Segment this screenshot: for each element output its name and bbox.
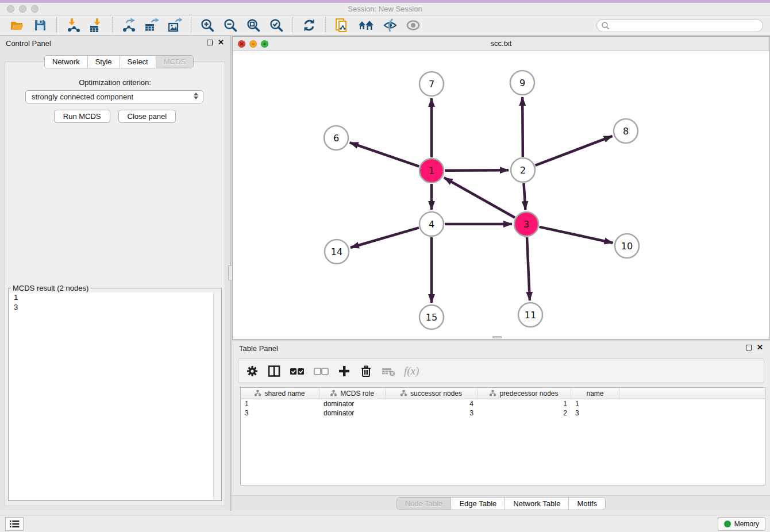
network-view-title: scc.txt [233,39,769,48]
column-header-name[interactable]: name [571,388,619,399]
tab-edge-table[interactable]: Edge Table [451,498,505,510]
run-mcds-button[interactable]: Run MCDS [54,110,110,123]
graph-node-11[interactable]: 11 [518,303,542,327]
cell-predecessor-nodes[interactable]: 2 [478,408,571,418]
column-header-shared-name[interactable]: shared name [241,388,319,399]
cell-shared-name[interactable]: 3 [241,408,319,418]
cell-successor-nodes[interactable]: 3 [386,408,478,418]
network-window-titlebar: ✕ − + scc.txt [233,37,769,51]
graph-node-14[interactable]: 14 [325,240,349,264]
import-network-button[interactable] [64,17,82,34]
cell-successor-nodes[interactable]: 4 [386,399,478,408]
clone-network-button[interactable] [333,17,351,34]
zoom-selected-button[interactable] [268,17,285,34]
checked-boxes-icon [289,364,305,378]
session-homes-button[interactable] [356,17,376,34]
zoom-in-button[interactable] [199,17,216,34]
graph-node-15[interactable]: 15 [419,305,444,329]
columns-icon [267,364,281,378]
create-column-button[interactable] [337,364,351,378]
export-network-button[interactable] [120,17,137,34]
graph-node-label: 7 [429,79,434,90]
column-header-mcds-role[interactable]: MCDS role [319,388,386,399]
float-panel-icon[interactable] [207,40,213,45]
column-header-predecessor-nodes[interactable]: predecessor nodes [478,388,571,399]
cell-shared-name[interactable]: 1 [241,399,319,408]
cell-mcds-role[interactable]: dominator [319,399,386,408]
toolbar-separator [325,17,326,33]
graph-node-label: 11 [525,310,536,321]
zoom-out-button[interactable] [222,17,239,34]
cell-predecessor-nodes[interactable]: 1 [478,399,571,408]
node-table: shared name MCDS role successor nodes pr… [240,387,765,485]
graph-edge-2-3[interactable] [523,183,525,210]
optimization-criterion-dropdown[interactable]: strongly connected component [25,90,203,103]
select-all-button[interactable] [289,364,305,378]
graph-node-1[interactable]: 1 [419,159,444,183]
graph-node-2[interactable]: 2 [511,158,535,182]
tab-node-table[interactable]: Node Table [397,498,452,510]
graph-edge-1-6[interactable] [350,142,419,166]
table-row[interactable]: 1 dominator 4 1 1 [241,399,765,408]
graph-node-7[interactable]: 7 [419,72,444,96]
open-session-button[interactable] [9,17,26,34]
graph-node-9[interactable]: 9 [510,71,534,95]
graph-edge-3-10[interactable] [539,227,613,243]
graph-edge-3-11[interactable] [527,237,530,300]
toggle-column-view-button[interactable] [267,364,281,378]
network-canvas[interactable]: 7968124314101511 [233,51,769,339]
export-table-button[interactable] [143,17,160,34]
graph-edge-2-8[interactable] [536,136,613,165]
show-tasks-button[interactable] [5,517,24,531]
close-panel-icon[interactable]: ✕ [757,345,763,350]
graph-edge-1-2[interactable] [445,170,509,171]
export-image-button[interactable] [166,17,183,34]
tab-select[interactable]: Select [120,56,156,68]
mcds-result-list[interactable]: 1 3 [9,292,221,500]
deselect-all-button[interactable] [313,364,329,378]
open-folder-icon [10,18,25,33]
result-scrollbar[interactable] [213,292,221,500]
graph-node-8[interactable]: 8 [614,119,638,143]
graph-node-3[interactable]: 3 [514,212,538,236]
refresh-icon [302,18,317,33]
graph-node-label: 6 [333,133,339,144]
tab-motifs[interactable]: Motifs [569,498,605,510]
function-builder-button[interactable]: f(x) [404,365,419,377]
cell-mcds-role[interactable]: dominator [319,408,386,418]
trash-icon [359,364,373,378]
close-panel-button[interactable]: Close panel [118,110,176,123]
clone-network-icon [334,18,349,33]
graph-node-4[interactable]: 4 [419,212,444,236]
close-panel-icon[interactable]: ✕ [218,40,224,45]
canvas-scroll-handle[interactable] [492,336,502,338]
graph-node-6[interactable]: 6 [324,126,348,150]
import-table-button[interactable] [87,17,105,34]
show-eye-button[interactable] [405,17,422,34]
fit-content-button[interactable] [245,17,262,34]
tab-mcds[interactable]: MCDS [156,56,193,68]
tab-network-table[interactable]: Network Table [505,498,569,510]
tab-style[interactable]: Style [88,56,120,68]
tab-network[interactable]: Network [45,56,88,68]
memory-button[interactable]: Memory [718,517,765,531]
save-session-button[interactable] [32,17,49,34]
graph-edge-4-14[interactable] [351,228,419,248]
cell-name[interactable]: 3 [571,408,619,418]
graph-edge-2-9[interactable] [522,97,523,157]
column-header-successor-nodes[interactable]: successor nodes [386,388,478,399]
graph-edge-3-1[interactable] [444,178,515,217]
delete-table-button[interactable] [381,364,396,378]
hide-show-panels-button[interactable] [382,17,399,34]
graph-node-10[interactable]: 10 [615,234,639,258]
cell-name[interactable]: 1 [571,399,619,408]
float-panel-icon[interactable] [746,345,752,350]
control-panel: Control Panel ✕ Network Style Select MCD… [0,36,230,511]
zoom-out-icon [223,18,238,33]
table-row[interactable]: 3 dominator 3 2 3 [241,408,765,418]
delete-column-button[interactable] [359,364,373,378]
unchecked-boxes-icon [313,364,329,378]
search-input[interactable] [610,21,763,31]
apply-layout-button[interactable] [301,17,318,34]
table-settings-button[interactable] [245,364,259,378]
